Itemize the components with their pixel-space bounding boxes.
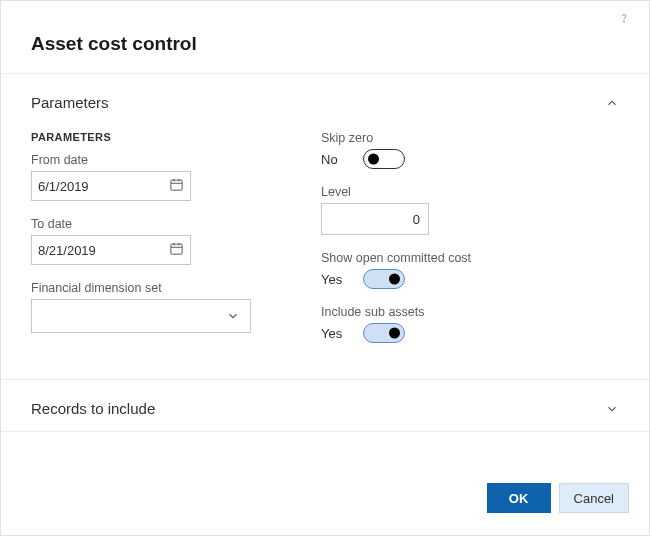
- skip-zero-row: No: [321, 149, 619, 169]
- toggle-knob: [389, 274, 400, 285]
- fin-dim-label: Financial dimension set: [31, 281, 261, 295]
- parameters-body: PARAMETERS From date To date: [1, 125, 649, 379]
- cancel-button[interactable]: Cancel: [559, 483, 629, 513]
- parameters-right-column: Skip zero No Level Show open committed c…: [321, 131, 619, 359]
- svg-rect-5: [171, 244, 182, 254]
- skip-zero-label: Skip zero: [321, 131, 619, 145]
- show-open-row: Yes: [321, 269, 619, 289]
- to-date-label: To date: [31, 217, 261, 231]
- section-header-records[interactable]: Records to include: [1, 380, 649, 431]
- skip-zero-toggle[interactable]: [363, 149, 405, 169]
- dialog: Asset cost control Parameters PARAMETERS…: [0, 0, 650, 536]
- level-group: Level: [321, 185, 619, 235]
- include-sub-toggle[interactable]: [363, 323, 405, 343]
- chevron-up-icon: [605, 96, 619, 110]
- ok-button[interactable]: OK: [487, 483, 551, 513]
- parameters-left-column: PARAMETERS From date To date: [31, 131, 261, 359]
- toggle-knob: [389, 328, 400, 339]
- chevron-down-icon: [226, 309, 240, 323]
- from-date-label: From date: [31, 153, 261, 167]
- parameters-subheading: PARAMETERS: [31, 131, 261, 143]
- show-open-value: Yes: [321, 272, 345, 287]
- divider: [1, 431, 649, 432]
- include-sub-row: Yes: [321, 323, 619, 343]
- section-header-parameters[interactable]: Parameters: [1, 74, 649, 125]
- level-input-wrapper: [321, 203, 429, 235]
- skip-zero-value: No: [321, 152, 345, 167]
- section-title-records: Records to include: [31, 400, 155, 417]
- to-date-group: To date: [31, 217, 261, 265]
- show-open-label: Show open committed cost: [321, 251, 619, 265]
- show-open-group: Show open committed cost Yes: [321, 251, 619, 289]
- dialog-footer: OK Cancel: [1, 467, 649, 535]
- skip-zero-group: Skip zero No: [321, 131, 619, 169]
- from-date-input[interactable]: [38, 179, 169, 194]
- to-date-input[interactable]: [38, 243, 169, 258]
- to-date-input-wrapper: [31, 235, 191, 265]
- fin-dim-dropdown[interactable]: [31, 299, 251, 333]
- show-open-toggle[interactable]: [363, 269, 405, 289]
- calendar-icon[interactable]: [169, 241, 184, 259]
- fin-dim-group: Financial dimension set: [31, 281, 261, 333]
- from-date-input-wrapper: [31, 171, 191, 201]
- from-date-group: From date: [31, 153, 261, 201]
- chevron-down-icon: [605, 402, 619, 416]
- help-icon[interactable]: [617, 11, 631, 29]
- toggle-knob: [368, 154, 379, 165]
- section-title-parameters: Parameters: [31, 94, 109, 111]
- include-sub-group: Include sub assets Yes: [321, 305, 619, 343]
- dialog-title: Asset cost control: [1, 1, 649, 73]
- svg-rect-1: [171, 180, 182, 190]
- include-sub-label: Include sub assets: [321, 305, 619, 319]
- include-sub-value: Yes: [321, 326, 345, 341]
- calendar-icon[interactable]: [169, 177, 184, 195]
- svg-point-0: [624, 21, 625, 22]
- level-input[interactable]: [330, 212, 420, 227]
- level-label: Level: [321, 185, 619, 199]
